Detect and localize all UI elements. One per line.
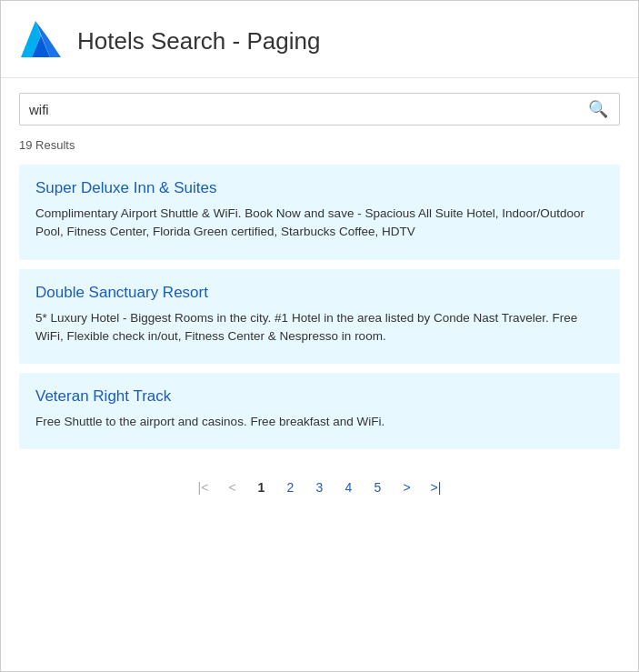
result-title-1[interactable]: Double Sanctuary Resort <box>35 284 604 302</box>
pagination-page-2[interactable]: 2 <box>278 475 304 500</box>
pagination-next[interactable]: > <box>394 475 420 500</box>
pagination-prev[interactable]: < <box>220 475 245 500</box>
header: Hotels Search - Paging <box>1 1 638 78</box>
results-list: Super Deluxe Inn & Suites Complimentary … <box>1 165 638 449</box>
search-input[interactable] <box>29 102 586 117</box>
result-desc-2: Free Shuttle to the airport and casinos.… <box>35 413 604 431</box>
pagination: |< < 1 2 3 4 5 > >| <box>1 458 638 518</box>
result-item-2: Veteran Right Track Free Shuttle to the … <box>19 373 620 449</box>
pagination-first[interactable]: |< <box>191 475 216 500</box>
result-title-2[interactable]: Veteran Right Track <box>35 387 604 406</box>
result-desc-1: 5* Luxury Hotel - Biggest Rooms in the c… <box>35 309 604 346</box>
pagination-page-1[interactable]: 1 <box>249 475 275 500</box>
pagination-last[interactable]: >| <box>424 475 449 500</box>
pagination-page-3[interactable]: 3 <box>307 475 333 500</box>
search-area: 🔍 <box>1 78 638 131</box>
result-item-1: Double Sanctuary Resort 5* Luxury Hotel … <box>19 269 620 365</box>
azure-logo-icon <box>17 17 65 65</box>
result-item-0: Super Deluxe Inn & Suites Complimentary … <box>19 165 620 260</box>
pagination-page-5[interactable]: 5 <box>365 475 391 500</box>
page-title: Hotels Search - Paging <box>77 27 320 55</box>
result-title-0[interactable]: Super Deluxe Inn & Suites <box>35 179 604 197</box>
result-desc-0: Complimentary Airport Shuttle & WiFi. Bo… <box>35 205 604 242</box>
pagination-page-4[interactable]: 4 <box>336 475 362 500</box>
search-box: 🔍 <box>19 93 620 125</box>
search-button[interactable]: 🔍 <box>586 99 610 119</box>
results-count: 19 Results <box>1 131 638 155</box>
